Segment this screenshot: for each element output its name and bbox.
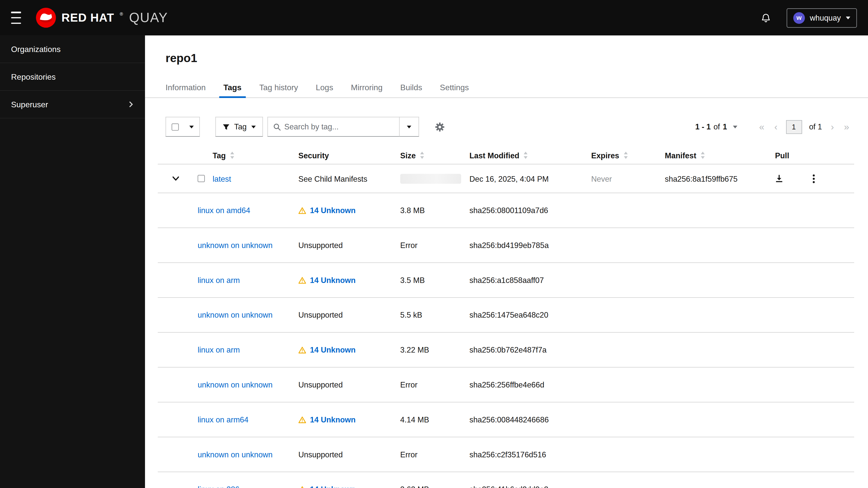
sidebar-item-repositories[interactable]: Repositories <box>0 63 145 91</box>
search-icon <box>273 123 280 130</box>
manifest-digest: sha256:8a1f59ffb675 <box>665 174 738 183</box>
warning-icon <box>298 346 306 354</box>
collapse-row-button[interactable] <box>172 175 180 182</box>
redhat-icon <box>35 7 57 28</box>
security-scan-link[interactable]: 14 Unknown <box>310 485 356 488</box>
manifest-digest: sha256:1475ea648c20 <box>469 311 548 319</box>
tag-link[interactable]: latest <box>213 174 231 183</box>
platform-tag-link[interactable]: linux on arm <box>197 276 240 284</box>
sidebar-item-organizations[interactable]: Organizations <box>0 35 145 63</box>
tab-information[interactable]: Information <box>157 78 214 97</box>
platform-tag-link[interactable]: unknown on unknown <box>197 380 272 389</box>
next-page-button[interactable]: › <box>826 122 839 131</box>
previous-page-button[interactable]: ‹ <box>770 122 782 131</box>
security-scan-link[interactable]: 14 Unknown <box>310 415 356 424</box>
row-checkbox[interactable] <box>197 175 205 182</box>
notifications-bell-icon[interactable] <box>761 12 771 23</box>
manifest-row: linux on 386 14 Unknown 3.63 MB sha256:4… <box>158 472 854 488</box>
tag-row-latest: latest See Child Manifests Dec 16, 2025,… <box>158 164 854 193</box>
platform-tag-link[interactable]: unknown on unknown <box>197 311 272 319</box>
bulk-select-dropdown[interactable] <box>165 117 200 137</box>
pull-download-icon[interactable] <box>775 174 783 183</box>
manifest-digest: sha256:bd4199eb785a <box>469 241 549 249</box>
table-header-row: Tag Security Size Last Modified Expires <box>158 147 854 164</box>
platform-tag-link[interactable]: linux on amd64 <box>197 206 250 215</box>
platform-tag-link[interactable]: linux on arm64 <box>197 415 248 424</box>
platform-tag-link[interactable]: linux on 386 <box>197 485 239 488</box>
manifest-digest: sha256:256ffbe4e66d <box>469 380 544 389</box>
warning-icon <box>298 486 306 488</box>
column-header-expires[interactable]: Expires <box>587 151 661 159</box>
column-header-security: Security <box>294 151 396 159</box>
size-value: 5.5 kB <box>400 311 422 319</box>
tab-builds[interactable]: Builds <box>392 78 431 97</box>
chevron-down-icon <box>189 125 194 128</box>
security-scan-link: Unsupported <box>298 241 343 249</box>
security-scan-link[interactable]: 14 Unknown <box>310 206 356 215</box>
size-value: 4.14 MB <box>400 415 429 424</box>
avatar: w <box>793 12 805 23</box>
size-value: 3.22 MB <box>400 345 429 354</box>
manifest-row: unknown on unknown Unsupported 5.5 kB sh… <box>158 298 854 333</box>
tab-settings[interactable]: Settings <box>431 78 478 97</box>
manifest-digest: sha256:c2f35176d516 <box>469 450 546 459</box>
brand-quay-text: QUAY <box>129 10 168 26</box>
search-field[interactable] <box>267 117 399 137</box>
registered-mark: ® <box>120 11 123 16</box>
column-header-manifest[interactable]: Manifest <box>661 151 771 159</box>
tags-table: Tag Security Size Last Modified Expires <box>158 147 854 488</box>
bulk-select-checkbox[interactable] <box>172 123 179 130</box>
last-page-button[interactable]: » <box>839 122 854 131</box>
size-value: 3.63 MB <box>400 485 429 488</box>
manifest-row: unknown on unknown Unsupported Error sha… <box>158 228 854 263</box>
column-header-tag[interactable]: Tag <box>209 151 294 159</box>
security-status: See Child Manifests <box>298 174 367 183</box>
page-number-input[interactable] <box>786 120 802 134</box>
search-input[interactable] <box>284 122 393 131</box>
manifest-row: linux on arm 14 Unknown 3.5 MB sha256:a1… <box>158 263 854 298</box>
security-scan-link[interactable]: 14 Unknown <box>310 276 356 284</box>
tab-mirroring[interactable]: Mirroring <box>342 78 391 97</box>
security-scan-link: Unsupported <box>298 450 343 459</box>
tab-tag-history[interactable]: Tag history <box>250 78 307 97</box>
pagination-summary-menu[interactable]: 1 - 1 of 1 <box>695 122 738 131</box>
chevron-down-icon <box>407 125 411 128</box>
manifest-digest: sha256:008448246686 <box>469 415 549 424</box>
column-header-size[interactable]: Size <box>396 151 465 159</box>
manifest-row: linux on arm64 14 Unknown 4.14 MB sha256… <box>158 402 854 437</box>
masthead-actions: w whuquay <box>761 8 857 27</box>
expires-value: Never <box>591 174 612 183</box>
sort-icon <box>700 152 705 159</box>
sort-icon <box>523 152 528 159</box>
size-value: 3.5 MB <box>400 276 425 284</box>
tab-bar: Information Tags Tag history Logs Mirror… <box>145 78 868 98</box>
sidebar-item-superuser[interactable]: Superuser <box>0 91 145 118</box>
search-group <box>267 117 419 137</box>
column-header-last-modified[interactable]: Last Modified <box>466 151 588 159</box>
sort-icon <box>623 152 628 159</box>
nav-toggle-button[interactable] <box>11 11 25 24</box>
user-menu[interactable]: w whuquay <box>786 8 857 27</box>
first-page-button[interactable]: « <box>754 122 770 131</box>
security-scan-link[interactable]: 14 Unknown <box>310 345 356 354</box>
platform-tag-link[interactable]: linux on arm <box>197 345 240 354</box>
platform-tag-link[interactable]: unknown on unknown <box>197 241 272 249</box>
manifest-row: linux on arm 14 Unknown 3.22 MB sha256:0… <box>158 333 854 368</box>
last-modified-value: Dec 16, 2025, 4:04 PM <box>469 174 549 183</box>
platform-tag-link[interactable]: unknown on unknown <box>197 450 272 459</box>
manifest-row: linux on amd64 14 Unknown 3.8 MB sha256:… <box>158 193 854 228</box>
child-manifest-rows: linux on amd64 14 Unknown 3.8 MB sha256:… <box>158 193 854 488</box>
quay-logo[interactable]: RED HAT® QUAY <box>35 7 168 28</box>
tab-logs[interactable]: Logs <box>307 78 342 97</box>
page-total-label: of 1 <box>809 122 822 131</box>
size-value: Error <box>400 450 418 459</box>
filter-type-dropdown[interactable]: Tag <box>215 117 263 137</box>
sort-icon <box>420 152 425 159</box>
brand-redhat-text: RED HAT <box>62 11 114 24</box>
manifest-row: unknown on unknown Unsupported Error sha… <box>158 368 854 402</box>
tab-tags[interactable]: Tags <box>215 78 251 97</box>
quay-app: RED HAT® QUAY w whuquay Organizations Re… <box>0 0 868 488</box>
search-options-dropdown[interactable] <box>399 117 419 137</box>
kebab-menu-icon[interactable] <box>813 174 815 183</box>
settings-gear-icon[interactable] <box>435 122 444 131</box>
